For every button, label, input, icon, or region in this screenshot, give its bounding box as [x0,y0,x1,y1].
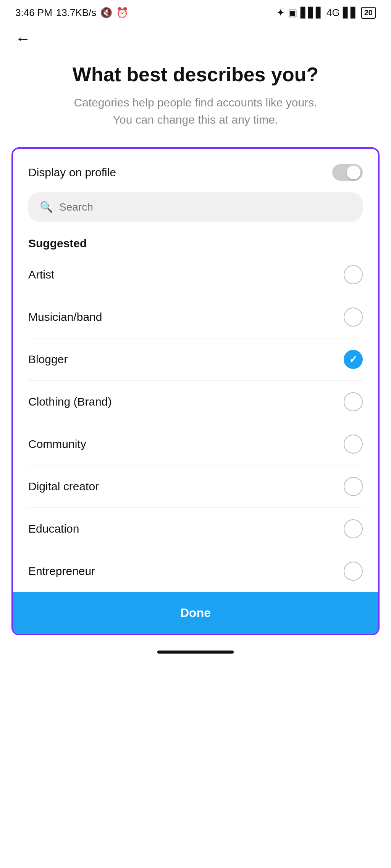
home-bar [157,651,234,654]
list-item[interactable]: Entrepreneur [28,550,363,592]
category-name: Digital creator [28,480,99,493]
list-item[interactable]: Musician/band [28,296,363,338]
status-bar: 3:46 PM 13.7KB/s 🔇 ⏰ ✦ ▣ ▋▋▋ 4G ▋▋ 20 [0,0,391,23]
category-list: Artist Musician/band Blogger Clothing (B… [28,254,363,592]
status-right: ✦ ▣ ▋▋▋ 4G ▋▋ 20 [276,7,376,19]
list-item[interactable]: Education [28,508,363,550]
radio-musician[interactable] [344,308,363,327]
radio-education[interactable] [344,519,363,538]
page-title: What best describes you? [23,63,368,86]
header-section: What best describes you? Categories help… [0,55,391,147]
category-name: Blogger [28,353,68,366]
signal2-icon: ▋▋ [343,7,358,19]
4g-icon: 4G [326,7,340,19]
suggested-label: Suggested [28,237,363,250]
list-item[interactable]: Artist [28,254,363,296]
main-card: Display on profile 🔍 Suggested Artist Mu… [11,147,380,635]
bluetooth-icon: ✦ [276,7,285,19]
radio-digital-creator[interactable] [344,477,363,496]
search-input[interactable] [59,201,351,213]
list-item[interactable]: Blogger [28,338,363,381]
category-name: Education [28,522,79,535]
status-data: 13.7KB/s [56,7,97,19]
back-arrow-icon: ← [15,30,31,47]
category-name: Entrepreneur [28,565,95,578]
list-item[interactable]: Community [28,423,363,465]
list-item[interactable]: Clothing (Brand) [28,381,363,423]
alarm-icon: ⏰ [116,7,128,19]
status-left: 3:46 PM 13.7KB/s 🔇 ⏰ [15,7,128,19]
search-icon: 🔍 [40,201,53,213]
category-name: Community [28,438,86,451]
list-item[interactable]: Digital creator [28,465,363,508]
mute-icon: 🔇 [100,7,112,19]
sim-icon: ▣ [288,7,297,19]
battery-icon: 20 [361,7,376,19]
page-subtitle: Categories help people find accounts lik… [23,94,368,128]
radio-blogger[interactable] [344,350,363,369]
signal-icon: ▋▋▋ [301,7,323,19]
toggle-knob [347,166,360,179]
display-on-profile-label: Display on profile [28,166,116,179]
radio-artist[interactable] [344,265,363,284]
category-name: Artist [28,268,54,281]
radio-entrepreneur[interactable] [344,562,363,581]
back-button[interactable]: ← [0,23,391,55]
display-on-profile-row: Display on profile [28,164,363,192]
radio-clothing[interactable] [344,392,363,411]
done-button[interactable]: Done [13,592,378,634]
category-name: Musician/band [28,311,102,324]
category-name: Clothing (Brand) [28,395,111,408]
display-on-profile-toggle[interactable] [332,164,363,181]
status-time: 3:46 PM [15,7,52,19]
radio-community[interactable] [344,435,363,454]
home-indicator [0,643,391,661]
search-bar[interactable]: 🔍 [28,192,363,222]
